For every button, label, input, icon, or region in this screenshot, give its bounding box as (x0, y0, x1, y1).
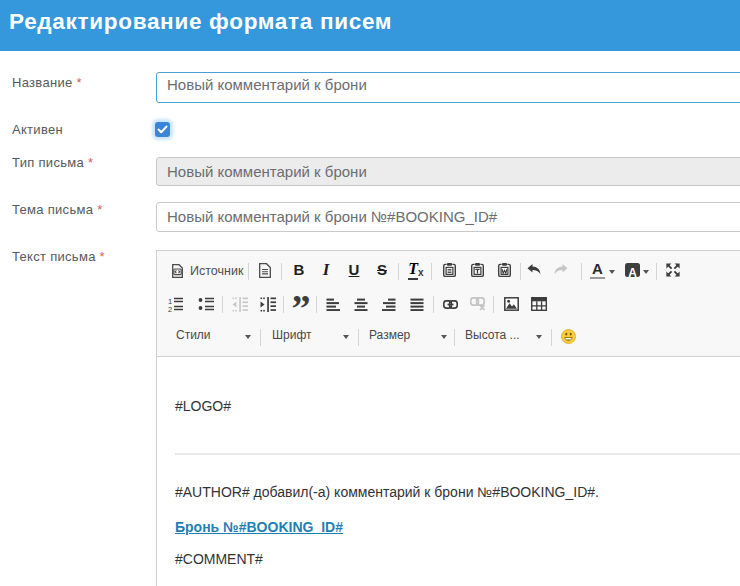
svg-text:2: 2 (168, 305, 172, 313)
